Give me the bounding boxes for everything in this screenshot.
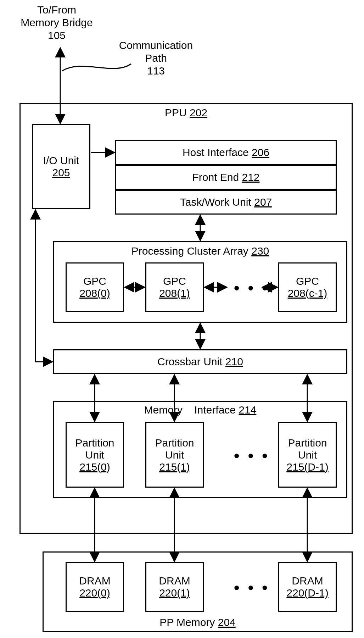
dram-0-box: DRAM 220(0)	[66, 562, 124, 612]
task-work-unit-label: Task/Work Unit 207	[180, 196, 272, 208]
io-unit-label: I/O Unit	[43, 155, 79, 167]
dram-ellipsis: • • •	[234, 579, 270, 597]
ppu-title: PPU 202	[21, 107, 352, 119]
gpc-c1-box: GPC 208(c-1)	[278, 262, 337, 312]
gpc-ellipsis: • • •	[234, 279, 270, 297]
host-interface-label: Host Interface 206	[183, 146, 269, 159]
host-interface-box: Host Interface 206	[115, 140, 337, 165]
io-unit-box: I/O Unit 205	[32, 124, 90, 209]
front-end-box: Front End 212	[115, 165, 337, 190]
crossbar-box: Crossbar Unit 210	[53, 349, 347, 374]
pca-title: Processing Cluster Array 230	[54, 245, 346, 257]
task-work-unit-box: Task/Work Unit 207	[115, 190, 337, 215]
partition-d1-box: Partition Unit 215(D-1)	[278, 422, 337, 488]
dram-d1-box: DRAM 220(D-1)	[278, 562, 337, 612]
partition-ellipsis: • • •	[234, 447, 270, 465]
memory-bridge-label: To/From Memory Bridge 105	[7, 4, 106, 42]
partition-0-box: Partition Unit 215(0)	[66, 422, 124, 488]
crossbar-label: Crossbar Unit 210	[157, 356, 243, 368]
pp-memory-title: PP Memory 204	[159, 616, 236, 628]
partition-1-box: Partition Unit 215(1)	[145, 422, 204, 488]
communication-path-label: Communication Path 113	[110, 39, 202, 77]
gpc-1-box: GPC 208(1)	[145, 262, 204, 312]
ppu-block-diagram: To/From Memory Bridge 105 Communication …	[0, 0, 364, 638]
gpc-0-box: GPC 208(0)	[66, 262, 124, 312]
dram-1-box: DRAM 220(1)	[145, 562, 204, 612]
front-end-label: Front End 212	[192, 171, 259, 183]
io-unit-num: 205	[52, 167, 70, 179]
memory-interface-title: Memory Interface 214	[121, 404, 280, 416]
